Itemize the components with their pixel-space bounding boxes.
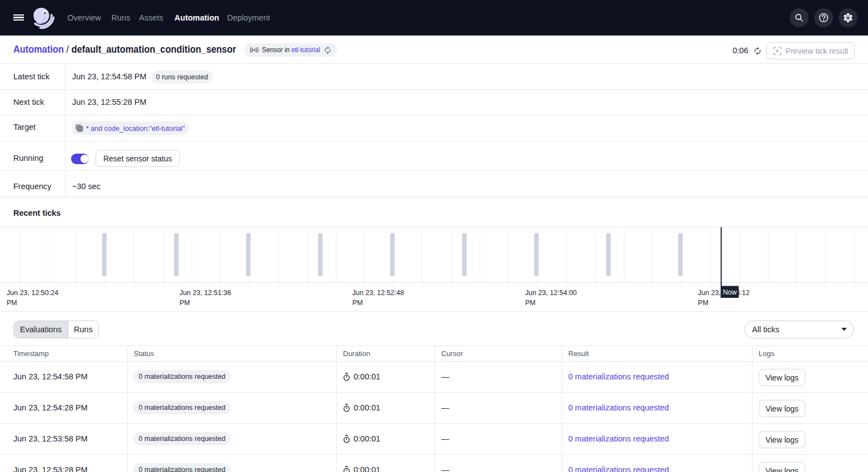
svg-text:Now: Now [723, 288, 737, 296]
svg-text:PM: PM [179, 299, 190, 307]
svg-text:PM: PM [698, 299, 709, 307]
svg-text:Jun 23, 12:50:24: Jun 23, 12:50:24 [7, 289, 58, 297]
svg-text:PM: PM [525, 299, 536, 307]
svg-text:Jun 23, 12:51:36: Jun 23, 12:51:36 [179, 289, 231, 297]
svg-text:Jun 23, 12:54:00: Jun 23, 12:54:00 [525, 289, 577, 297]
svg-text:PM: PM [7, 299, 17, 307]
svg-text:PM: PM [352, 299, 363, 307]
svg-text:Jun 23, 12:52:48: Jun 23, 12:52:48 [352, 289, 404, 297]
